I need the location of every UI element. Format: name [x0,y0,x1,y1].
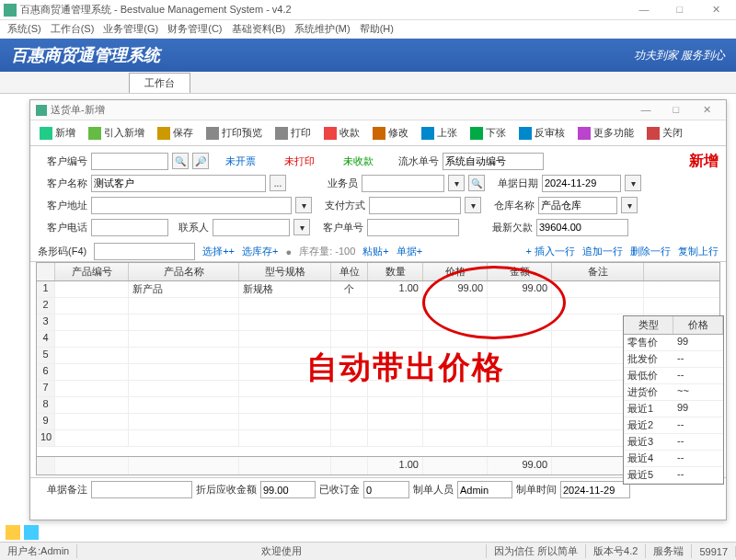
note-input[interactable] [91,481,192,498]
tray-icon-2[interactable] [24,525,39,540]
paste-plus[interactable]: 粘贴+ [362,245,388,258]
child-title: 送货单-新增 [51,103,105,117]
date-drop[interactable]: ▾ [625,175,641,191]
doc-state: 新增 [689,152,719,171]
banner: 百惠商贸通管理系统 功夫到家 服务到心 [0,39,736,72]
next-doc-button[interactable]: 下张 [466,124,510,142]
odd-row[interactable]: 单据+ [397,245,422,258]
cust-name-input[interactable] [91,175,266,192]
stock-qty: 库存量: -100 [299,245,355,258]
table-row[interactable]: 1新产品新规格个1.0099.0099.00 [37,281,719,298]
menu-basedata[interactable]: 基础资料(B) [228,20,290,38]
lookup-button[interactable]: 🔍 [172,153,189,169]
child-close-button[interactable]: ✕ [693,104,720,116]
save-button[interactable]: 保存 [154,124,197,142]
gear-icon [578,127,591,140]
table-row[interactable]: 2 [37,298,719,314]
dep-label: 已收订金 [319,483,360,497]
prev-doc-button[interactable]: 上张 [418,124,461,142]
barcode-input[interactable] [94,243,195,260]
grid: 产品编号 产品名称 型号规格 单位 数量 价格 金额 备注 1新产品新规格个1.… [36,262,720,475]
insert-row[interactable]: + 插入一行 [526,245,575,258]
cust-tel-label: 客户电话 [38,221,87,234]
print-button[interactable]: 打印 [271,124,315,142]
edit-button[interactable]: 修改 [369,124,412,142]
menu-help[interactable]: 帮助(H) [356,20,397,38]
select-stock[interactable]: 选库存+ [242,245,278,258]
table-row[interactable]: 8 [37,397,719,414]
cust-pick-button[interactable]: ... [270,175,286,191]
maker-input[interactable] [457,481,512,498]
menu-system[interactable]: 系统(S) [4,20,45,38]
flow-no-input[interactable] [443,153,544,170]
table-row[interactable]: 6 [37,364,719,381]
status-service: 服务端 [646,544,692,558]
delete-row[interactable]: 删除一行 [630,245,671,258]
table-row[interactable]: 10 [37,430,719,447]
append-row[interactable]: 追加一行 [582,245,623,258]
last-debt-label: 最新欠款 [483,221,533,234]
down-icon [470,127,483,140]
doc-icon [36,105,47,116]
last-debt-input[interactable] [536,219,628,236]
pay-input[interactable] [369,197,461,214]
sales-pick[interactable]: 🔍 [468,175,485,191]
make-time-label: 制单时间 [516,483,557,497]
tray-icon-1[interactable] [6,525,20,540]
barcode-label: 条形码(F4) [38,245,86,258]
menu-business[interactable]: 业务管理(G) [99,20,162,38]
copy-row[interactable]: 复制上行 [678,245,719,258]
select-plus[interactable]: 选择++ [202,245,235,258]
maximize-button[interactable]: □ [663,4,696,15]
sales-drop[interactable]: ▾ [448,175,465,191]
contact-input[interactable] [213,219,290,236]
minimize-button[interactable]: — [627,4,661,15]
menu-maintain[interactable]: 系统维护(M) [291,20,354,38]
addr-drop[interactable]: ▾ [295,197,312,213]
table-row[interactable]: 9 [37,414,719,430]
grid-body[interactable]: 1新产品新规格个1.0099.0099.002345678910 [37,281,719,456]
table-row[interactable]: 7 [37,381,719,397]
cust-tel-input[interactable] [91,219,168,236]
bill-date-input[interactable] [542,175,621,192]
table-row[interactable]: 5 [37,348,719,364]
recheck-button[interactable]: 反审核 [515,124,569,142]
import-button[interactable]: 引入新增 [85,124,148,142]
cust-addr-input[interactable] [91,197,292,214]
menu-workbench[interactable]: 工作台(S) [47,20,98,38]
app-title: 百惠商贸通管理系统 - Bestvalue Management System … [20,3,627,17]
sales-input[interactable] [362,175,444,192]
cust-code-input[interactable] [91,153,168,170]
grid-footer: 1.00 99.00 [37,456,719,474]
make-time-input[interactable] [560,481,630,498]
wh-input[interactable] [538,197,617,214]
add-button[interactable]: 新增 [36,124,79,142]
recheck-icon [519,127,532,140]
pay-drop[interactable]: ▾ [465,197,481,213]
price-row: 最低价-- [624,368,723,384]
price-row: 最近4-- [624,451,723,467]
table-row[interactable]: 4 [37,331,719,348]
close-button[interactable]: ✕ [699,4,732,16]
collect-button[interactable]: 收款 [320,124,363,142]
sales-label: 业务员 [321,177,358,190]
preview-button[interactable]: 打印预览 [202,124,266,142]
tab-workbench[interactable]: 工作台 [129,73,190,93]
dep-input[interactable] [363,481,409,498]
edit-icon [373,127,385,140]
child-min-button[interactable]: — [632,104,660,115]
contact-label: 联系人 [172,221,209,234]
close-doc-button[interactable]: 关闭 [643,124,686,142]
disc-input[interactable] [260,481,316,498]
menu-finance[interactable]: 财务管理(C) [164,20,225,38]
child-window: 送货单-新增 — □ ✕ 新增 引入新增 保存 打印预览 打印 收款 修改 上张… [29,99,727,520]
more-button[interactable]: 更多功能 [574,124,638,142]
search-button[interactable]: 🔎 [192,153,209,169]
form-area: 客户编号 🔍 🔎 未开票 未打印 未收款 流水单号 新增 客户名称 ... 业务… [30,146,726,242]
wh-drop[interactable]: ▾ [621,197,638,213]
contact-drop[interactable]: ▾ [293,219,310,235]
child-max-button[interactable]: □ [662,104,690,115]
print-status: 未打印 [271,154,327,168]
table-row[interactable]: 3 [37,314,719,331]
cust-no-input[interactable] [367,219,459,236]
